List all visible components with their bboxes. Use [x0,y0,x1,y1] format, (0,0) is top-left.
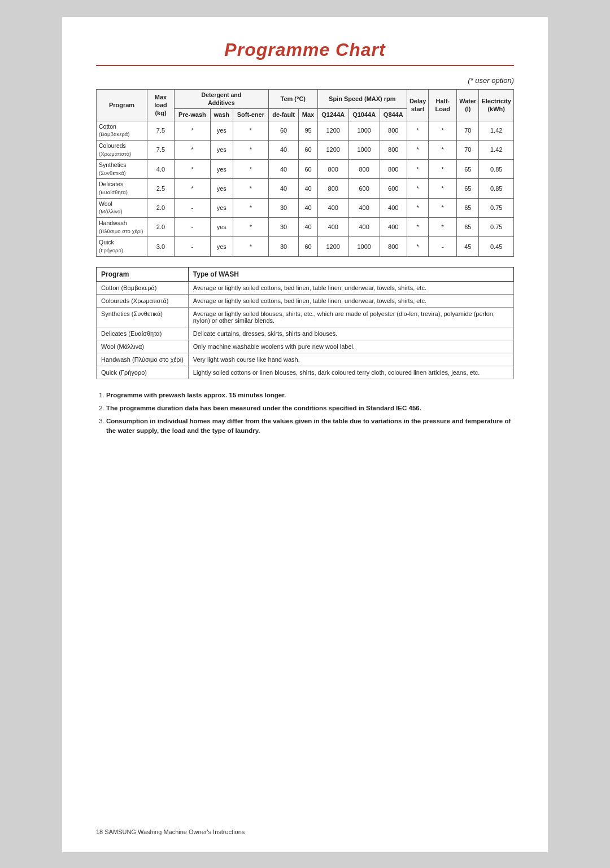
wt-program: Coloureds (Χρωματιστά) [97,294,189,307]
cell-q844a: 800 [380,160,407,179]
cell-wash: yes [210,121,233,140]
cell-temp-default: 30 [268,198,299,217]
cell-softener: * [233,140,268,159]
cell-prewash: - [175,237,211,256]
cell-maxload: 3.0 [147,237,175,256]
cell-delay: * [407,217,428,236]
cell-water: 65 [457,179,479,198]
th-prewash: Pre-wash [175,109,211,121]
cell-maxload: 2.0 [147,217,175,236]
cell-water: 70 [457,140,479,159]
cell-q1044a: 1000 [348,121,380,140]
note-item: Consumption in individual homes may diff… [106,417,514,436]
cell-electricity: 1.42 [479,121,514,140]
cell-program: Synthetics(Συνθετικά) [97,160,147,179]
cell-q1044a: 600 [348,179,380,198]
cell-electricity: 0.85 [479,160,514,179]
th-additives: Detergent andAdditives [175,90,269,109]
cell-wash: yes [210,179,233,198]
cell-maxload: 2.0 [147,198,175,217]
cell-delay: * [407,198,428,217]
wt-program: Delicates (Ευαίσθητα) [97,327,189,340]
wt-description: Average or lightly soiled cottons, bed l… [188,281,513,294]
cell-q844a: 800 [380,237,407,256]
cell-water: 65 [457,160,479,179]
wt-col1-header: Program [97,267,189,281]
cell-delay: * [407,237,428,256]
th-q1044a: Q1044A [348,109,380,121]
cell-program: Quick(Γρήγορο) [97,237,147,256]
cell-program: Handwash(Πλύσιμο στο χέρι) [97,217,147,236]
cell-wash: yes [210,198,233,217]
cell-wash: yes [210,160,233,179]
cell-prewash: - [175,198,211,217]
th-wash: wash [210,109,233,121]
cell-halfload: - [429,237,457,256]
cell-prewash: * [175,140,211,159]
cell-electricity: 0.45 [479,237,514,256]
cell-maxload: 7.5 [147,121,175,140]
th-electricity: Electricity (kWh) [479,90,514,121]
cell-q844a: 800 [380,121,407,140]
th-q1244a: Q1244A [317,109,348,121]
th-temp-default: de-fault [268,109,299,121]
cell-delay: * [407,179,428,198]
table-row: Quick(Γρήγορο) 3.0 - yes * 30 60 1200 10… [97,237,514,256]
cell-wash: yes [210,237,233,256]
cell-halfload: * [429,160,457,179]
cell-program: Wool(Μάλλινα) [97,198,147,217]
cell-softener: * [233,121,268,140]
cell-water: 70 [457,121,479,140]
cell-delay: * [407,140,428,159]
wash-type-row: Wool (Μάλλινα) Only machine washable woo… [97,340,514,353]
cell-q1244a: 400 [317,198,348,217]
cell-maxload: 4.0 [147,160,175,179]
cell-softener: * [233,160,268,179]
cell-delay: * [407,121,428,140]
cell-delay: * [407,160,428,179]
cell-q1244a: 1200 [317,237,348,256]
cell-q1044a: 1000 [348,237,380,256]
cell-q1044a: 1000 [348,140,380,159]
cell-softener: * [233,179,268,198]
wash-type-row: Quick (Γρήγορο) Lightly soiled cottons o… [97,366,514,379]
wash-type-row: Coloureds (Χρωματιστά) Average or lightl… [97,294,514,307]
cell-temp-max: 40 [299,179,317,198]
table-row: Wool(Μάλλινα) 2.0 - yes * 30 40 400 400 … [97,198,514,217]
cell-halfload: * [429,217,457,236]
cell-q1244a: 800 [317,179,348,198]
cell-halfload: * [429,198,457,217]
wt-program: Handwash (Πλύσιμο στο χέρι) [97,353,189,366]
cell-softener: * [233,217,268,236]
wt-col2-header: Type of WASH [188,267,513,281]
cell-q1044a: 400 [348,198,380,217]
cell-prewash: * [175,179,211,198]
footer: 18 SAMSUNG Washing Machine Owner's Instr… [96,828,245,835]
th-water: Water (l) [457,90,479,121]
cell-temp-default: 40 [268,140,299,159]
th-softener: Soft-ener [233,109,268,121]
cell-prewash: * [175,160,211,179]
wt-description: Lightly soiled cottons or linen blouses,… [188,366,513,379]
table-row: Cotton(Βαμβακερά) 7.5 * yes * 60 95 1200… [97,121,514,140]
wt-program: Synthetics (Συνθετικά) [97,307,189,327]
wt-program: Cotton (Βαμβακερά) [97,281,189,294]
cell-temp-max: 60 [299,237,317,256]
cell-softener: * [233,237,268,256]
wash-type-row: Delicates (Ευαίσθητα) Delicate curtains,… [97,327,514,340]
cell-temp-default: 30 [268,217,299,236]
cell-halfload: * [429,140,457,159]
cell-q1044a: 800 [348,160,380,179]
wt-program: Wool (Μάλλινα) [97,340,189,353]
cell-q844a: 800 [380,140,407,159]
cell-water: 65 [457,198,479,217]
cell-temp-default: 40 [268,179,299,198]
cell-electricity: 0.75 [479,198,514,217]
table-row: Handwash(Πλύσιμο στο χέρι) 2.0 - yes * 3… [97,217,514,236]
wt-description: Very light wash course like hand wash. [188,353,513,366]
wash-type-row: Cotton (Βαμβακερά) Average or lightly so… [97,281,514,294]
note-item: The programme duration data has been mea… [106,404,514,413]
wash-type-row: Handwash (Πλύσιμο στο χέρι) Very light w… [97,353,514,366]
cell-temp-max: 95 [299,121,317,140]
page: Programme Chart (* user option) Program … [62,17,548,852]
